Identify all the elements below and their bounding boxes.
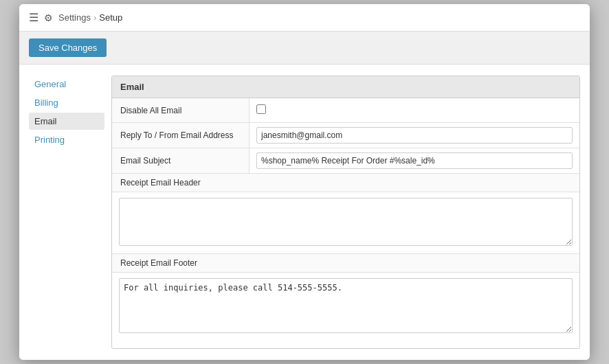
toolbar: Save Changes — [19, 32, 590, 65]
sidebar: General Billing Email Printing — [29, 76, 111, 349]
breadcrumb-separator: › — [93, 12, 96, 23]
app-window: ☰ ⚙ Settings › Setup Save Changes Genera… — [19, 4, 590, 360]
sidebar-item-billing[interactable]: Billing — [29, 94, 104, 111]
email-footer-textarea[interactable]: For all inquiries, please call 514-555-5… — [119, 278, 573, 333]
topbar: ☰ ⚙ Settings › Setup — [19, 4, 590, 32]
email-footer-value: For all inquiries, please call 514-555-5… — [112, 273, 579, 341]
disable-email-value — [250, 100, 579, 120]
disable-email-row: Disable All Email — [112, 98, 579, 123]
main-panel: Email Disable All Email Reply To / From … — [111, 76, 580, 349]
disable-email-label: Disable All Email — [112, 98, 250, 122]
email-footer-label: Receipt Email Footer — [112, 254, 579, 273]
panel-title: Email — [112, 76, 579, 98]
reply-to-row: Reply To / From Email Address — [112, 123, 579, 148]
reply-to-input[interactable] — [256, 127, 573, 144]
email-subject-label: Email Subject — [112, 148, 250, 173]
hamburger-icon[interactable]: ☰ — [29, 11, 38, 24]
gear-icon: ⚙ — [44, 12, 53, 23]
breadcrumb-current: Setup — [99, 12, 122, 23]
disable-email-checkbox[interactable] — [256, 104, 266, 114]
email-footer-row: Receipt Email Footer For all inquiries, … — [112, 254, 579, 341]
email-header-row: Receipt Email Header — [112, 174, 579, 254]
reply-to-label: Reply To / From Email Address — [112, 123, 250, 148]
email-header-label: Receipt Email Header — [112, 174, 579, 192]
content-area: General Billing Email Printing Email Dis… — [19, 65, 590, 360]
save-button[interactable]: Save Changes — [29, 38, 107, 57]
breadcrumb-settings[interactable]: Settings — [58, 12, 91, 23]
email-header-textarea[interactable] — [119, 198, 573, 246]
email-subject-value — [250, 148, 579, 173]
email-subject-row: Email Subject — [112, 148, 579, 174]
sidebar-item-email[interactable]: Email — [29, 113, 104, 130]
email-header-value — [112, 192, 579, 253]
sidebar-item-general[interactable]: General — [29, 76, 104, 93]
email-subject-input[interactable] — [256, 152, 573, 169]
sidebar-item-printing[interactable]: Printing — [29, 131, 104, 148]
breadcrumb: Settings › Setup — [58, 12, 122, 23]
reply-to-value — [250, 123, 579, 148]
